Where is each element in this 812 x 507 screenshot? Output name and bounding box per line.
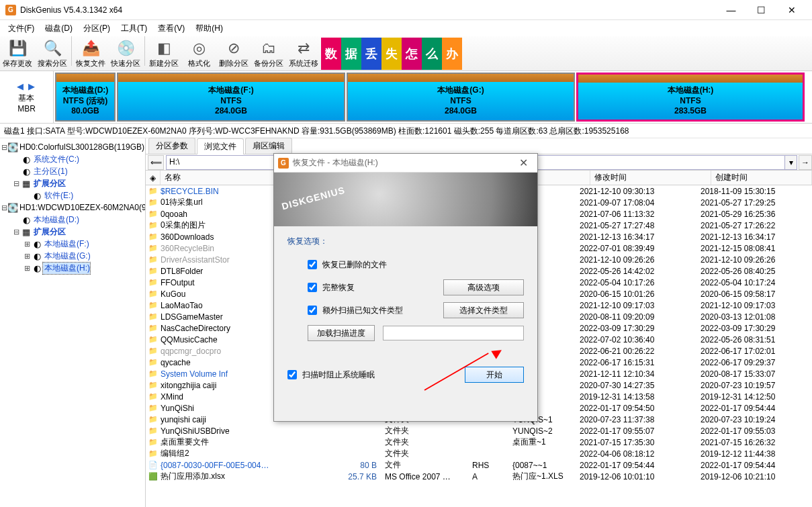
file-mtime: 2022-04-06 08:18:12 (576, 449, 696, 459)
expand-icon[interactable]: ⊞ (23, 252, 31, 261)
minimize-button[interactable]: — (716, 1, 746, 19)
file-row[interactable]: 📁编辑组2文件夹2022-04-06 08:18:122019-12-12 11… (146, 448, 812, 459)
chk-full-recover[interactable] (308, 283, 317, 292)
load-progress-button[interactable]: 加载扫描进度 (308, 325, 375, 341)
recover-dialog: G 恢复文件 - 本地磁盘(H:) ✕ DISKGENIUS 恢复选项： 恢复已… (273, 153, 538, 422)
progress-path-input[interactable] (383, 326, 524, 340)
file-type: 文件夹 (381, 436, 468, 448)
expand-icon[interactable]: ⊟ (1, 143, 7, 152)
node-label: 扩展分区 (32, 178, 66, 189)
file-icon: 📁 (148, 347, 159, 355)
tree-node[interactable]: ◐系统文件(C:) (1, 153, 144, 165)
col-icon[interactable]: ◈ (146, 171, 161, 185)
file-row[interactable]: 📁桌面重要文件文件夹桌面重~12021-07-15 17:35:302021-0… (146, 436, 812, 448)
file-mtime: 2021-12-13 16:34:17 (576, 232, 696, 242)
file-type: 文件夹 (381, 448, 468, 459)
file-mtime: 2021-09-07 17:08:04 (576, 198, 696, 208)
tool-备份分区[interactable]: 🗂备份分区 (251, 36, 286, 71)
tab-分区参数[interactable]: 分区参数 (148, 138, 195, 154)
partition-本地磁盘(F:)[interactable]: 本地磁盘(F:)NTFS284.0GB (117, 73, 345, 122)
tool-恢复文件[interactable]: 📤恢复文件 (73, 36, 108, 71)
tool-新建分区[interactable]: ◧新建分区 (146, 36, 181, 71)
chk-full-recover-label: 完整恢复 (322, 282, 355, 293)
tree-node[interactable]: ⊟💽HD0:ColorfulSL300128GB(119GB) (1, 141, 144, 153)
expand-icon[interactable]: ⊟ (12, 179, 20, 188)
partition-本地磁盘(H:)[interactable]: 本地磁盘(H:)NTFS283.5GB (576, 73, 805, 122)
file-name: YunQiShiUSBDrive (161, 426, 320, 436)
col-mtime[interactable]: 修改时间 (590, 171, 711, 185)
file-mtime: 2021-07-06 11:13:32 (576, 210, 696, 219)
menu-2[interactable]: 分区(P) (78, 21, 116, 36)
menu-1[interactable]: 磁盘(D) (40, 21, 78, 36)
tree-node[interactable]: ⊞◐本地磁盘(H:) (1, 262, 144, 274)
col-ctime[interactable]: 创建时间 (711, 171, 812, 185)
file-row[interactable]: 🟩热门应用添加.xlsx25.7 KBMS Office 2007 …A热门应~… (146, 471, 812, 482)
node-label: HD1:WDCWD10EZEX-60M2NA0(932G (18, 203, 146, 212)
tool-系统迁移[interactable]: ⇄系统迁移 (286, 36, 321, 71)
dialog-section-label: 恢复选项： (287, 236, 524, 247)
tree-node[interactable]: ⊞◐本地磁盘(G:) (1, 250, 144, 262)
path-dropdown[interactable]: ▾ (785, 155, 797, 170)
partition-本地磁盘(G:)[interactable]: 本地磁盘(G:)NTFS284.0GB (347, 73, 575, 122)
file-icon: 📁 (148, 381, 159, 389)
dialog-titlebar[interactable]: G 恢复文件 - 本地磁盘(H:) ✕ (274, 154, 537, 173)
close-button[interactable]: ✕ (776, 1, 807, 19)
tool-icon: 🗂 (259, 39, 278, 58)
node-icon: ▦ (20, 179, 32, 189)
node-icon: ◐ (31, 191, 43, 201)
file-mtime: 2021-12-10 09:26:26 (576, 255, 696, 265)
menu-5[interactable]: 帮助(H) (190, 21, 228, 36)
file-icon: 📁 (148, 358, 159, 367)
tool-搜索分区[interactable]: 🔍搜索分区 (35, 36, 70, 71)
menu-4[interactable]: 查看(V) (152, 21, 190, 36)
chk-recover-deleted-label: 恢复已删除的文件 (322, 259, 387, 271)
banner-char: 怎 (402, 38, 422, 70)
chk-prevent-sleep[interactable] (287, 370, 297, 379)
dialog-close-button[interactable]: ✕ (513, 156, 533, 169)
file-ctime: 2020-06-15 09:58:17 (696, 289, 797, 299)
banner-char: 数 (321, 38, 341, 70)
file-ctime: 2019-12-06 10:21:10 (696, 472, 797, 481)
nav-arrows[interactable]: ◀ ▶ (17, 81, 37, 91)
partition-nav: ◀ ▶ 基本MBR (0, 71, 54, 123)
tree-node[interactable]: ⊟▦扩展分区 (1, 177, 144, 189)
tab-浏览文件[interactable]: 浏览文件 (197, 138, 244, 154)
menu-3[interactable]: 工具(T) (116, 21, 152, 36)
tab-扇区编辑[interactable]: 扇区编辑 (245, 138, 292, 154)
file-icon: 📁 (148, 426, 159, 435)
maximize-button[interactable]: ☐ (746, 1, 776, 19)
tree-node[interactable]: ⊟▦扩展分区 (1, 226, 144, 238)
tree-node[interactable]: ⊟💽HD1:WDCWD10EZEX-60M2NA0(932G (1, 201, 144, 214)
file-row[interactable]: 📁YunQiShiUSBDrive文件夹YUNQIS~22022-01-17 0… (146, 425, 812, 436)
expand-icon[interactable]: ⊞ (23, 264, 31, 273)
expand-icon[interactable]: ⊟ (1, 203, 7, 212)
expand-icon[interactable]: ⊟ (12, 228, 20, 236)
select-filetype-button[interactable]: 选择文件类型 (443, 302, 524, 318)
start-button[interactable]: 开始 (465, 367, 524, 383)
go-button[interactable]: → (799, 155, 812, 170)
tool-icon: 💿 (116, 39, 135, 58)
tool-格式化[interactable]: ◎格式化 (181, 36, 216, 71)
menu-0[interactable]: 文件(F) (3, 21, 40, 36)
tool-快速分区[interactable]: 💿快速分区 (108, 36, 143, 71)
tool-保存更改[interactable]: 💾保存更改 (0, 36, 35, 71)
tool-删除分区[interactable]: ⊘删除分区 (216, 36, 251, 71)
chk-recover-deleted[interactable] (308, 260, 317, 269)
chk-extra-scan-label: 额外扫描已知文件类型 (322, 305, 403, 316)
file-mtime: 2020-07-30 14:27:35 (576, 381, 696, 390)
partition-本地磁盘(D:)[interactable]: 本地磁盘(D:)NTFS (活动)80.0GB (55, 73, 116, 122)
expand-icon[interactable]: ⊞ (23, 240, 31, 248)
tree-node[interactable]: ◐主分区(1) (1, 165, 144, 177)
node-label: 主分区(1) (32, 166, 68, 177)
tree-node[interactable]: ⊞◐本地磁盘(F:) (1, 238, 144, 250)
chk-extra-scan[interactable] (308, 306, 317, 315)
tree-node[interactable]: ◐本地磁盘(D:) (1, 214, 144, 226)
file-ctime: 2022-05-04 10:17:24 (696, 278, 797, 287)
file-row[interactable]: 📄{0087-0030-00FF-00E5-004…80 B文件RHS{0087… (146, 459, 812, 471)
tree-node[interactable]: ◐软件(E:) (1, 189, 144, 201)
back-button[interactable]: ⟸ (148, 155, 164, 170)
tool-icon: 💾 (8, 39, 27, 58)
disk-tree[interactable]: ⊟💽HD0:ColorfulSL300128GB(119GB)◐系统文件(C:)… (0, 138, 146, 507)
advanced-options-button[interactable]: 高级选项 (443, 279, 524, 295)
file-icon: 📁 (148, 449, 159, 458)
